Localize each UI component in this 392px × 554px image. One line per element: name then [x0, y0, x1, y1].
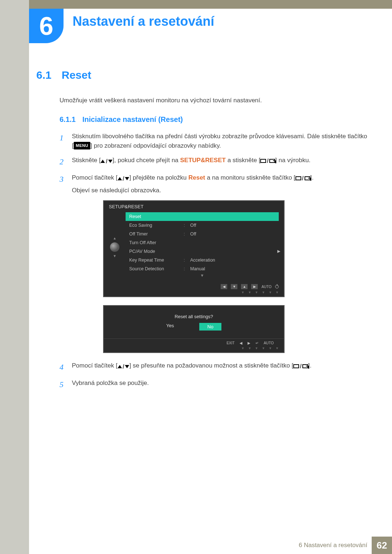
up-down-icon: / — [118, 362, 130, 372]
step-5: 5 Vybraná položka se použije. — [60, 378, 370, 391]
osd-menu-list: Reset Eco Saving : Off Off Timer : Off — [126, 212, 284, 282]
nav-right-icon: ▶ — [251, 284, 258, 289]
rect-enter-icon: / — [293, 362, 308, 371]
section-heading: 6.1 Reset — [36, 69, 370, 81]
subsection-title: Inicializace nastavení (Reset) — [82, 115, 183, 123]
nav-right-icon: ▶ — [248, 341, 250, 345]
nav-up-icon: ▲ — [241, 284, 248, 289]
step-number: 5 — [60, 378, 67, 391]
section-number: 6.1 — [36, 69, 52, 81]
osd-option-no: No — [199, 323, 221, 331]
step-number: 2 — [60, 156, 67, 168]
rect-enter-icon: / — [260, 156, 275, 166]
step-text: Vybraná položka se použije. — [72, 378, 149, 391]
menu-badge: MENU — [74, 142, 90, 149]
osd-confirm-question: Reset all settings? — [104, 306, 284, 323]
nav-auto-label: AUTO — [261, 285, 271, 289]
osd-submenu-arrow-icon: ▶ — [277, 249, 280, 254]
chapter-number-badge: 6 — [29, 9, 64, 43]
osd-tiny-arrows: ▼▼▼▼▼▼ — [104, 346, 284, 352]
setup-reset-keyword: SETUP&RESET — [180, 157, 226, 164]
osd-row-reset: Reset — [126, 212, 279, 221]
step-text: Stiskněte [/], pokud chcete přejít na SE… — [72, 156, 310, 168]
osd-left-indicator: ▲ ▼ — [104, 212, 126, 282]
nav-left-icon: ◀ — [221, 284, 227, 289]
page-footer: 6 Nastavení a resetování 62 — [0, 537, 392, 554]
up-down-icon: / — [118, 174, 130, 184]
section-title: Reset — [62, 69, 91, 81]
step-4: 4 Pomocí tlačítek [/] se přesuňte na pož… — [60, 361, 370, 373]
step-text: Pomocí tlačítek [/] přejděte na položku … — [72, 173, 314, 195]
nav-left-icon: ◀ — [240, 341, 242, 345]
content-area: 6.1 Reset Umožňuje vrátit veškerá nastav… — [36, 69, 370, 396]
osd-nav-bar: ◀ ▼ ▲ ▶ AUTO — [104, 282, 284, 291]
step-number: 3 — [60, 173, 67, 195]
osd-tiny-arrows: ▼▼▼▼▼▼ — [104, 291, 284, 296]
chapter-title: Nastavení a resetování — [73, 14, 214, 29]
steps-list: 1 Stisknutím libovolného tlačítka na pře… — [60, 132, 370, 391]
osd-row-source-detection: Source Detection : Manual — [126, 264, 279, 273]
step-number: 1 — [60, 132, 67, 151]
osd-screenshot-setup-reset: SETUP&RESET ▲ ▼ Reset Eco Saving : — [103, 200, 370, 353]
osd-screenshot-confirm: Reset all settings? Yes No EXIT ◀ ▶ ↵ AU… — [103, 305, 285, 353]
osd-row-key-repeat-time: Key Repeat Time : Acceleration — [126, 256, 279, 264]
osd-row-turn-off-after: Turn Off After — [126, 238, 279, 247]
step-number: 4 — [60, 361, 67, 373]
subsection-number: 6.1.1 — [60, 115, 75, 123]
osd-row-off-timer: Off Timer : Off — [126, 230, 279, 238]
left-sidebar — [0, 0, 29, 554]
footer-chapter-label: 6 Nastavení a resetování — [299, 537, 372, 554]
section-intro: Umožňuje vrátit veškerá nastavení monito… — [60, 96, 370, 105]
subsection-heading: 6.1.1 Inicializace nastavení (Reset) — [60, 115, 370, 124]
page-number: 62 — [372, 537, 392, 554]
osd-more-indicator: ▼ — [126, 273, 279, 279]
nav-exit-label: EXIT — [226, 341, 234, 345]
nav-enter-icon: ↵ — [256, 341, 258, 345]
step-2: 2 Stiskněte [/], pokud chcete přejít na … — [60, 156, 370, 168]
power-icon — [275, 285, 279, 288]
rect-enter-icon: / — [295, 174, 310, 183]
step-text: Pomocí tlačítek [/] se přesuňte na požad… — [72, 361, 311, 373]
osd-option-yes: Yes — [166, 323, 174, 331]
step-3: 3 Pomocí tlačítek [/] přejděte na položk… — [60, 173, 370, 195]
osd-row-eco-saving: Eco Saving : Off — [126, 221, 279, 230]
up-down-icon: / — [101, 157, 113, 166]
nav-auto-label: AUTO — [264, 341, 274, 345]
osd-nav-bar: EXIT ◀ ▶ ↵ AUTO — [104, 338, 284, 346]
top-bar — [29, 0, 392, 9]
osd-row-pc-av-mode: PC/AV Mode — [126, 247, 279, 256]
nav-down-icon: ▼ — [231, 284, 237, 289]
reset-keyword: Reset — [188, 174, 205, 181]
step-1: 1 Stisknutím libovolného tlačítka na pře… — [60, 132, 370, 151]
osd-title: SETUP&RESET — [104, 201, 284, 212]
gear-icon — [110, 242, 119, 252]
step-text: Stisknutím libovolného tlačítka na předn… — [72, 132, 370, 151]
